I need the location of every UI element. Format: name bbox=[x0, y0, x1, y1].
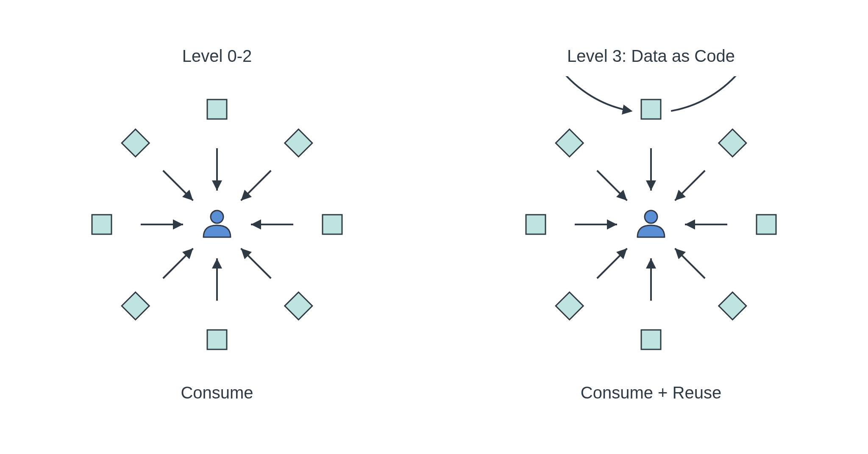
svg-point-0 bbox=[211, 210, 223, 223]
diagram-right bbox=[481, 76, 821, 373]
data-node-diamond bbox=[719, 129, 746, 157]
data-node-square bbox=[757, 215, 776, 234]
title-left: Level 0-2 bbox=[0, 47, 434, 66]
consume-arrow bbox=[597, 171, 627, 201]
consume-arrow bbox=[675, 249, 705, 279]
caption-left: Consume bbox=[0, 383, 434, 402]
person-icon bbox=[203, 210, 231, 237]
data-node-diamond bbox=[719, 292, 746, 320]
svg-point-1 bbox=[645, 210, 657, 223]
data-node-square bbox=[641, 330, 661, 349]
consume-arrow bbox=[163, 249, 193, 279]
consume-arrow bbox=[163, 171, 193, 201]
data-node-diamond bbox=[122, 292, 149, 320]
data-node-diamond bbox=[285, 292, 312, 320]
data-node-square bbox=[207, 100, 227, 119]
data-node-square bbox=[323, 215, 342, 234]
panel-level-0-2: Level 0-2 Consume bbox=[0, 0, 434, 454]
data-node-diamond bbox=[122, 129, 149, 157]
consume-arrow bbox=[675, 171, 705, 201]
data-node-diamond bbox=[556, 292, 583, 320]
diagram-left bbox=[47, 76, 387, 373]
person-icon bbox=[637, 210, 665, 237]
diagram-root: Level 0-2 Consume Level 3: Data as Code … bbox=[0, 0, 868, 454]
consume-arrow bbox=[241, 171, 271, 201]
consume-arrow bbox=[597, 249, 627, 279]
title-right: Level 3: Data as Code bbox=[434, 47, 868, 66]
consume-arrow bbox=[241, 249, 271, 279]
caption-right: Consume + Reuse bbox=[434, 383, 868, 402]
data-node-square bbox=[641, 100, 661, 119]
data-node-square bbox=[207, 330, 227, 349]
data-node-diamond bbox=[556, 129, 583, 157]
data-node-square bbox=[526, 215, 545, 234]
panel-level-3: Level 3: Data as Code Consume + Reuse bbox=[434, 0, 868, 454]
data-node-diamond bbox=[285, 129, 312, 157]
data-node-square bbox=[92, 215, 111, 234]
